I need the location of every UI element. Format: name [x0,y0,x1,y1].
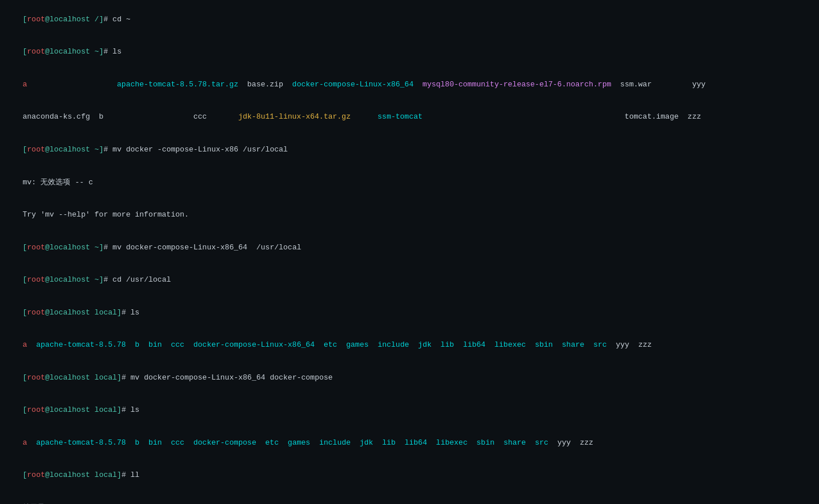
line-2: [root@localhost ~]# ls [5,36,814,69]
line-1: [root@localhost /]# cd ~ [5,3,814,36]
line-6-error: mv: 无效选项 -- c [5,166,814,199]
line-8: [root@localhost ~]# mv docker-compose-Li… [5,232,814,264]
line-13: [root@localhost local]# ls [5,394,814,427]
line-16-total: 总用量 15796 [5,492,814,504]
line-12: [root@localhost local]# mv docker-compos… [5,362,814,395]
line-10: [root@localhost local]# ls [5,297,814,329]
line-7: Try 'mv --help' for more information. [5,199,814,232]
line-9: [root@localhost ~]# cd /usr/local [5,264,814,297]
terminal-window[interactable]: [root@localhost /]# cd ~ [root@localhost… [0,0,819,504]
line-11-ls: a apache-tomcat-8.5.78 b bin ccc docker-… [5,329,814,362]
line-14-ls: a apache-tomcat-8.5.78 b bin ccc docker-… [5,427,814,460]
line-5: [root@localhost ~]# mv docker -compose-L… [5,134,814,166]
line-4-ls: anaconda-ks.cfg b ccc jdk-8u11-linux-x64… [5,101,814,134]
line-3-ls: a apache-tomcat-8.5.78.tar.gz base.zip d… [5,69,814,101]
line-15: [root@localhost local]# ll [5,459,814,492]
